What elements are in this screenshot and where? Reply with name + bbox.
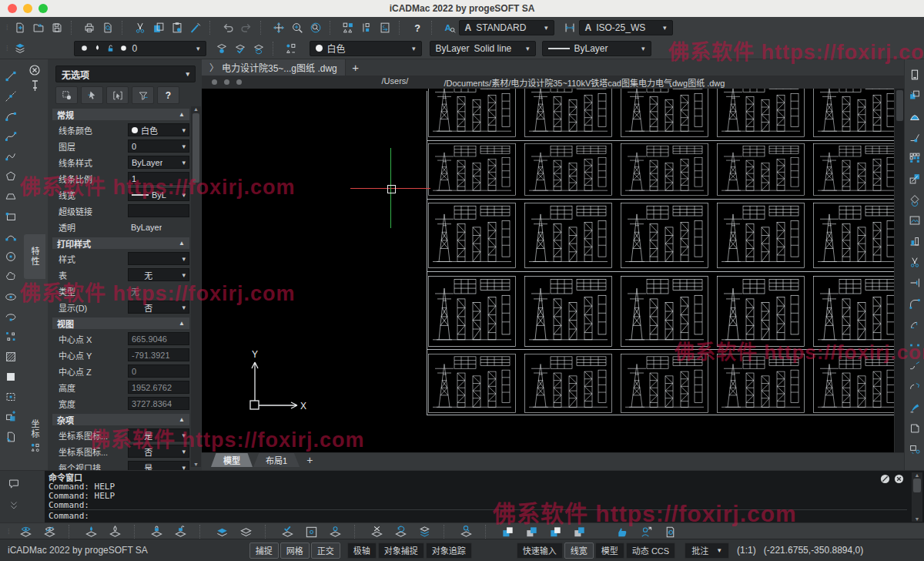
thaw-drop-icon[interactable] (105, 524, 126, 539)
layer-diamond-icon[interactable] (213, 524, 233, 539)
color-select[interactable]: 白色 ▾ (310, 41, 422, 56)
toggle-极轴[interactable]: 极轴 (347, 543, 377, 559)
add-layout-button[interactable]: + (300, 453, 319, 466)
arc-icon[interactable] (2, 108, 20, 124)
help-icon[interactable]: ? (408, 19, 427, 36)
property-field-color[interactable]: 白色▾ (128, 123, 189, 136)
extend-icon[interactable] (906, 274, 923, 291)
copy-nested-4-icon[interactable] (570, 524, 590, 539)
copy-icon[interactable] (149, 19, 168, 36)
fillet-icon[interactable] (906, 295, 923, 311)
freehand-icon[interactable] (2, 148, 20, 164)
selection-filter-select[interactable]: 无选项 ▾ (55, 66, 196, 82)
command-scrollbar[interactable]: ▲ ▼ (912, 472, 922, 522)
hatch-icon[interactable] (2, 348, 20, 364)
toggle-正交[interactable]: 正交 (311, 543, 340, 559)
pdf-export-icon[interactable] (906, 399, 923, 415)
collapse-icon[interactable]: ▲ (179, 240, 185, 247)
copy-nested-3-icon[interactable] (546, 524, 566, 539)
layer-select[interactable]: 0 ▾ (74, 41, 206, 56)
rotate-diamond-icon[interactable] (906, 191, 923, 207)
document-window-controls[interactable] (212, 79, 242, 85)
comment-bubble-icon[interactable] (5, 475, 23, 492)
toggle-模型[interactable]: 模型 (595, 543, 624, 559)
property-field-dropdown[interactable]: 无▾ (128, 268, 189, 281)
layers-icon[interactable] (11, 40, 29, 57)
image-frame-icon[interactable] (906, 212, 923, 228)
property-field-dropdown[interactable]: 否▾ (128, 445, 189, 458)
property-field-dropdown[interactable]: 是▾ (128, 428, 189, 442)
command-prompt[interactable]: Command: (49, 511, 89, 521)
scrollbar-thumb[interactable] (896, 90, 903, 121)
polygon-icon[interactable] (2, 168, 20, 184)
section-header[interactable]: 杂项▲ (52, 414, 189, 425)
redo-icon[interactable] (237, 19, 256, 36)
property-field-dropdown[interactable]: 否▾ (128, 301, 189, 314)
freeze-drop-icon[interactable] (82, 524, 102, 539)
trapezoid-icon[interactable] (2, 188, 20, 204)
tab-properties-palette[interactable]: 特性 (24, 234, 45, 279)
linetype-select[interactable]: ByLayer Solid line ▾ (430, 41, 536, 56)
collapse-chevrons-icon[interactable] (5, 497, 23, 514)
toolbar-drag-handle[interactable]: ⁞ (6, 45, 8, 52)
etransmit-thumb-icon[interactable] (613, 524, 633, 539)
spline-icon[interactable] (2, 128, 20, 144)
layer-settings-icon[interactable] (213, 40, 231, 57)
collapse-icon[interactable]: ▲ (179, 320, 185, 327)
sheet-arrows-icon[interactable] (376, 19, 394, 36)
open-file-icon[interactable] (29, 19, 48, 36)
lock-layer-icon[interactable] (147, 524, 167, 539)
property-field-input[interactable]: -791.3921 (128, 348, 189, 361)
ellipse-icon[interactable] (2, 288, 20, 304)
panel-help-button[interactable]: ? (157, 86, 179, 104)
scrollbar-thumb[interactable] (192, 113, 199, 183)
print-icon[interactable] (80, 19, 99, 36)
text-style-select[interactable]: A STANDARD ▾ (459, 20, 554, 35)
print-preview-icon[interactable] (99, 19, 117, 36)
scroll-down-icon[interactable]: ▼ (193, 462, 199, 467)
share-person-icon[interactable] (637, 524, 657, 539)
boundary-icon[interactable] (2, 388, 20, 405)
layer-restore-icon[interactable] (249, 40, 268, 57)
multiple-points-icon[interactable] (2, 328, 20, 344)
reference-bars-icon[interactable] (357, 19, 376, 36)
annotation-scale-select[interactable]: 批注 ▼ (685, 543, 729, 559)
line-icon[interactable] (2, 68, 20, 84)
attach-document-icon[interactable] (2, 428, 20, 445)
eye-on-icon[interactable] (16, 524, 36, 539)
new-file-icon[interactable] (11, 19, 29, 36)
command-window[interactable]: 命令窗口 Command: HELPCommand: HELPCommand: … (45, 470, 924, 523)
pin-palette-icon[interactable] (31, 80, 39, 92)
section-header[interactable]: 视图▲ (52, 317, 189, 329)
rectangle-icon[interactable] (2, 208, 20, 224)
select-cursor-button[interactable] (81, 86, 103, 104)
tab-layout1[interactable]: 布局1 (253, 453, 300, 467)
toggle-快速输入[interactable]: 快速输入 (517, 543, 563, 559)
properties-scrollbar[interactable]: ▲ ▼ (191, 106, 201, 467)
paste-icon[interactable] (168, 19, 186, 36)
copy-nested-2-icon[interactable] (522, 524, 542, 539)
viewport-box-icon[interactable] (302, 524, 322, 539)
property-field-dropdown[interactable]: 0▾ (128, 139, 189, 153)
dimension-style-select[interactable]: A ISO-25_WS ▾ (579, 20, 673, 35)
select-filter-button[interactable] (132, 86, 154, 104)
loft-icon[interactable] (906, 108, 923, 124)
scrollbar-thumb[interactable] (913, 479, 921, 492)
gap-points-icon[interactable] (906, 337, 923, 353)
cut-icon[interactable] (131, 19, 149, 36)
insert-block-icon[interactable] (2, 408, 20, 425)
layer-previous-icon[interactable] (282, 40, 300, 57)
section-header[interactable]: 常规▲ (52, 109, 189, 120)
align-base-icon[interactable] (906, 233, 923, 249)
viewport-rect-icon[interactable] (906, 66, 923, 82)
scale-icon[interactable] (906, 170, 923, 186)
lineweight-select[interactable]: ByLayer ▾ (542, 41, 651, 56)
zoom-dynamic-icon[interactable] (288, 19, 306, 36)
restore-diamond-icon[interactable] (391, 524, 411, 539)
layer-diamond-outline-icon[interactable] (236, 524, 256, 539)
tab-drawing[interactable]: 〉 电力设计院35~...g图纸 .dwg (202, 59, 346, 76)
scroll-down-icon[interactable]: ▼ (915, 516, 920, 522)
scroll-up-icon[interactable]: ▲ (915, 472, 920, 478)
toggle-捕捉[interactable]: 捕捉 (249, 543, 279, 559)
toggle-对象捕捉[interactable]: 对象捕捉 (378, 543, 424, 559)
